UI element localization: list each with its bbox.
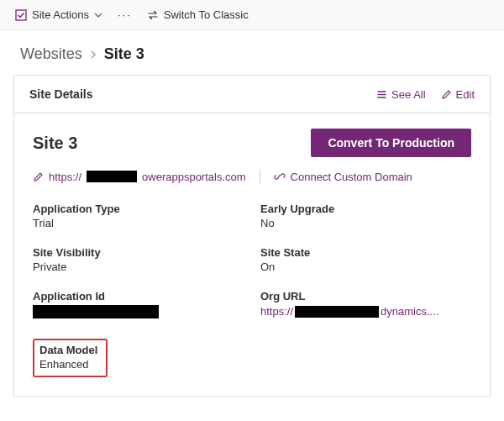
url-suffix: owerappsportals.com bbox=[142, 171, 246, 183]
field-label: Application Id bbox=[33, 290, 244, 303]
see-all-label: See All bbox=[391, 88, 425, 101]
switch-icon bbox=[147, 9, 159, 21]
site-actions-menu[interactable]: Site Actions bbox=[15, 8, 102, 21]
redacted-segment bbox=[295, 306, 379, 318]
field-value: Enhanced bbox=[39, 358, 97, 371]
card-title: Site Details bbox=[29, 87, 92, 101]
org-url-prefix: https:// bbox=[260, 305, 293, 318]
command-bar: Site Actions ··· Switch To Classic bbox=[0, 0, 504, 30]
pencil-icon bbox=[33, 171, 44, 182]
site-details-card: Site Details See All Edit Site 3 Convert… bbox=[13, 75, 491, 397]
site-actions-label: Site Actions bbox=[32, 8, 89, 21]
field-label: Site State bbox=[260, 246, 471, 259]
field-data-model: Data Model Enhanced bbox=[33, 335, 244, 377]
chevron-down-icon bbox=[94, 11, 102, 19]
redacted-segment bbox=[33, 305, 159, 318]
site-name-heading: Site 3 bbox=[33, 134, 77, 153]
pencil-icon bbox=[441, 89, 452, 100]
field-label: Org URL bbox=[260, 290, 471, 303]
field-application-id: Application Id bbox=[33, 290, 244, 318]
field-value: Trial bbox=[33, 217, 244, 229]
edit-url-link[interactable]: https://owerappsportals.com bbox=[33, 171, 246, 183]
convert-to-production-button[interactable]: Convert To Production bbox=[311, 129, 471, 157]
link-icon bbox=[274, 171, 286, 182]
field-site-visibility: Site Visibility Private bbox=[33, 246, 244, 273]
field-site-state: Site State On bbox=[260, 246, 471, 273]
field-early-upgrade: Early Upgrade No bbox=[260, 203, 471, 229]
switch-to-classic-button[interactable]: Switch To Classic bbox=[147, 8, 249, 21]
divider bbox=[260, 169, 260, 184]
edit-button[interactable]: Edit bbox=[441, 88, 475, 101]
edit-label: Edit bbox=[456, 88, 475, 101]
field-label: Data Model bbox=[39, 344, 97, 356]
switch-classic-label: Switch To Classic bbox=[164, 8, 249, 21]
field-org-url: Org URL https://dynamics.... bbox=[260, 290, 471, 318]
see-all-button[interactable]: See All bbox=[376, 88, 425, 101]
field-label: Site Visibility bbox=[33, 246, 244, 259]
org-url-suffix: dynamics.... bbox=[381, 305, 438, 318]
org-url-link[interactable]: https://dynamics.... bbox=[260, 305, 438, 318]
svg-rect-0 bbox=[16, 10, 26, 20]
highlight-annotation: Data Model Enhanced bbox=[33, 339, 108, 377]
connect-custom-domain-link[interactable]: Connect Custom Domain bbox=[274, 171, 412, 183]
field-value: Private bbox=[33, 260, 244, 273]
connect-domain-label: Connect Custom Domain bbox=[291, 171, 412, 183]
redacted-segment bbox=[87, 171, 137, 182]
url-prefix: https:// bbox=[49, 171, 81, 183]
field-value: No bbox=[260, 217, 471, 229]
list-icon bbox=[376, 89, 387, 100]
fields-grid: Application Type Trial Early Upgrade No … bbox=[33, 203, 471, 377]
field-application-type: Application Type Trial bbox=[33, 203, 244, 229]
field-label: Early Upgrade bbox=[260, 203, 471, 215]
breadcrumb-parent[interactable]: Websites bbox=[20, 45, 82, 63]
checkbox-icon bbox=[15, 9, 27, 21]
field-label: Application Type bbox=[33, 203, 244, 215]
breadcrumb: Websites Site 3 bbox=[0, 30, 504, 75]
more-actions-button[interactable]: ··· bbox=[118, 8, 132, 21]
card-header: Site Details See All Edit bbox=[14, 76, 490, 113]
breadcrumb-current: Site 3 bbox=[104, 45, 144, 63]
chevron-right-icon bbox=[89, 50, 97, 60]
field-value: On bbox=[260, 260, 471, 273]
